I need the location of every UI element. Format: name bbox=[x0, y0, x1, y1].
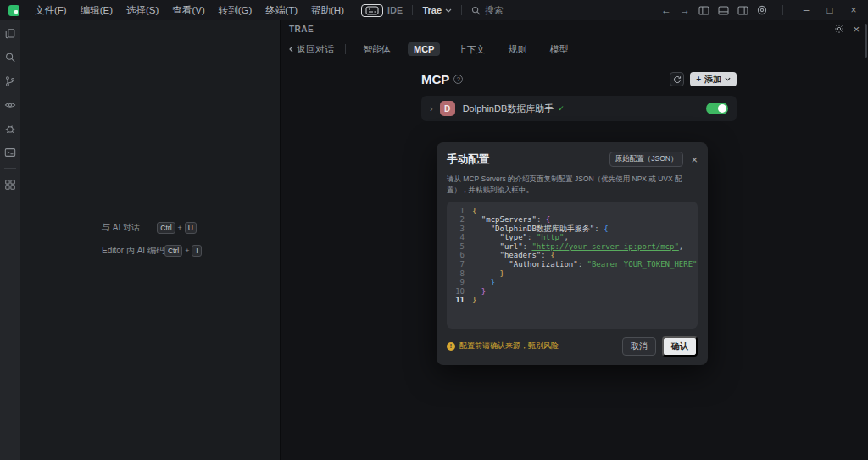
shortcut-label: 与 AI 对话 bbox=[102, 222, 140, 234]
tabs-divider bbox=[345, 44, 346, 54]
menu-item[interactable]: 编辑(E) bbox=[74, 2, 120, 19]
search-label: 搜索 bbox=[485, 4, 504, 17]
line-number: 2 bbox=[450, 215, 465, 224]
modal-description: 请从 MCP Servers 的介绍页面复制配置 JSON（优先使用 NPX 或… bbox=[447, 174, 698, 196]
minimize-button[interactable]: – bbox=[798, 5, 814, 15]
panel-title: TRAE bbox=[289, 25, 314, 34]
modal-footer: ! 配置前请确认来源，甄别风险 取消 确认 bbox=[447, 336, 698, 357]
search-code-icon[interactable] bbox=[4, 51, 17, 64]
tab-agents[interactable]: 智能体 bbox=[357, 42, 397, 58]
back-arrow-icon[interactable]: ← bbox=[661, 5, 671, 15]
close-window-button[interactable]: × bbox=[846, 5, 861, 15]
toggle-panel-icon[interactable] bbox=[718, 6, 729, 15]
keycap: Ctrl bbox=[157, 222, 175, 234]
confirm-button[interactable]: 确认 bbox=[662, 336, 698, 357]
menu-item[interactable]: 转到(G) bbox=[212, 2, 259, 19]
titlebar-search[interactable]: 搜索 bbox=[471, 4, 504, 17]
source-control-icon[interactable] bbox=[4, 75, 17, 87]
chevron-down-icon bbox=[725, 77, 731, 81]
mcp-heading: MCP bbox=[421, 72, 449, 86]
shortcut-keys: Ctrl+U bbox=[157, 222, 197, 234]
warning-text: 配置前请确认来源，甄别风险 bbox=[459, 341, 559, 352]
code-line: 3 "DolphinDB数据库助手服务": { bbox=[450, 224, 693, 234]
code-line: 4 "type": "http", bbox=[450, 233, 693, 242]
layout-customize-icon[interactable] bbox=[757, 5, 767, 15]
server-avatar: D bbox=[440, 101, 455, 116]
shortcut-hint-row: Editor 内 AI 编码Ctrl+I bbox=[102, 245, 197, 257]
workspace-name: Trae bbox=[422, 5, 442, 15]
server-toggle[interactable] bbox=[706, 103, 728, 114]
raw-json-button[interactable]: 原始配置（JSON） bbox=[609, 152, 684, 167]
keycap: I bbox=[192, 245, 202, 257]
plus-sign: + bbox=[178, 224, 182, 232]
terminal-panel-icon[interactable] bbox=[4, 146, 17, 158]
plus-sign: + bbox=[185, 247, 189, 255]
manual-config-modal: 手动配置 原始配置（JSON） × 请从 MCP Servers 的介绍页面复制… bbox=[437, 142, 708, 365]
tab-context[interactable]: 上下文 bbox=[451, 42, 491, 58]
tab-mcp[interactable]: MCP bbox=[408, 42, 440, 56]
line-number: 4 bbox=[450, 233, 465, 242]
line-number: 10 bbox=[450, 287, 465, 297]
forward-arrow-icon[interactable]: → bbox=[680, 5, 690, 15]
close-modal-icon[interactable]: × bbox=[691, 154, 698, 165]
menu-item[interactable]: 查看(V) bbox=[165, 2, 211, 19]
back-to-chat-link[interactable]: 返回对话 bbox=[289, 43, 334, 56]
plus-icon: + bbox=[696, 75, 701, 84]
menu-bar: 文件(F)编辑(E)选择(S)查看(V)转到(G)终端(T)帮助(H) bbox=[28, 2, 351, 19]
tab-rules[interactable]: 规则 bbox=[502, 42, 532, 58]
search-icon bbox=[471, 6, 481, 15]
menu-item[interactable]: 终端(T) bbox=[259, 2, 304, 19]
files-icon[interactable] bbox=[4, 27, 17, 40]
modal-header: 手动配置 原始配置（JSON） × bbox=[447, 152, 698, 167]
debug-bug-icon[interactable] bbox=[4, 122, 17, 135]
code-line: 11} bbox=[450, 296, 693, 305]
code-content: } bbox=[472, 269, 504, 279]
chevron-down-icon bbox=[445, 8, 452, 13]
warning-icon: ! bbox=[447, 342, 455, 351]
gear-icon[interactable] bbox=[834, 22, 844, 37]
titlebar-divider bbox=[412, 5, 413, 15]
code-content: "DolphinDB数据库助手服务": { bbox=[472, 224, 609, 234]
code-line: 10 } bbox=[450, 287, 693, 297]
editor-area[interactable]: 与 AI 对话Ctrl+UEditor 内 AI 编码Ctrl+I bbox=[20, 20, 280, 460]
toggle-secondary-sidebar-icon[interactable] bbox=[737, 6, 748, 15]
help-icon[interactable]: ? bbox=[453, 75, 463, 84]
panel-header: TRAE × bbox=[281, 20, 868, 38]
cancel-button[interactable]: 取消 bbox=[622, 337, 656, 356]
app-logo[interactable] bbox=[8, 5, 19, 16]
shortcut-label: Editor 内 AI 编码 bbox=[102, 245, 164, 257]
menu-item[interactable]: 帮助(H) bbox=[304, 2, 351, 19]
code-content: "type": "http", bbox=[472, 233, 569, 242]
panel-scrollbar[interactable] bbox=[865, 24, 867, 58]
server-name: DolphinDB数据库助手 bbox=[463, 103, 554, 115]
maximize-button[interactable]: □ bbox=[822, 5, 837, 15]
add-label: 添加 bbox=[704, 74, 721, 86]
close-panel-icon[interactable]: × bbox=[853, 24, 860, 35]
keycap: U bbox=[185, 222, 197, 234]
code-line: 5 "url": "http://your-server-ip:port/mcp… bbox=[450, 242, 693, 252]
code-content: "mcpServers": { bbox=[472, 215, 550, 224]
titlebar-divider bbox=[782, 5, 783, 15]
titlebar-actions: ← → – □ × bbox=[661, 5, 861, 15]
back-label: 返回对话 bbox=[297, 43, 334, 56]
expand-chevron-icon[interactable]: › bbox=[430, 103, 433, 114]
tab-list: 智能体MCP上下文规则模型 bbox=[357, 42, 574, 58]
apps-grid-icon[interactable] bbox=[4, 178, 17, 191]
line-number: 8 bbox=[450, 269, 465, 279]
menu-item[interactable]: 选择(S) bbox=[120, 2, 165, 19]
add-server-button[interactable]: + 添加 bbox=[690, 72, 737, 86]
toggle-sidebar-icon[interactable] bbox=[698, 6, 709, 15]
line-number: 9 bbox=[450, 278, 465, 287]
ide-mode-icon[interactable] bbox=[361, 4, 383, 17]
tab-models[interactable]: 模型 bbox=[543, 42, 574, 58]
main-area: 与 AI 对话Ctrl+UEditor 内 AI 编码Ctrl+I TRAE ×… bbox=[0, 20, 868, 460]
mode-badge[interactable]: IDE bbox=[361, 4, 403, 17]
menu-item[interactable]: 文件(F) bbox=[28, 2, 74, 19]
mcp-server-row[interactable]: › D DolphinDB数据库助手 ✓ bbox=[421, 96, 737, 121]
mcp-section: MCP ? + 添加 › D DolphinDB数据库助手 bbox=[421, 72, 737, 121]
workspace-selector[interactable]: Trae bbox=[422, 5, 452, 15]
preview-eye-icon[interactable] bbox=[4, 98, 17, 111]
refresh-button[interactable] bbox=[670, 72, 684, 86]
line-number: 5 bbox=[450, 242, 465, 252]
config-json-editor[interactable]: 1{2 "mcpServers": {3 "DolphinDB数据库助手服务":… bbox=[447, 202, 698, 329]
